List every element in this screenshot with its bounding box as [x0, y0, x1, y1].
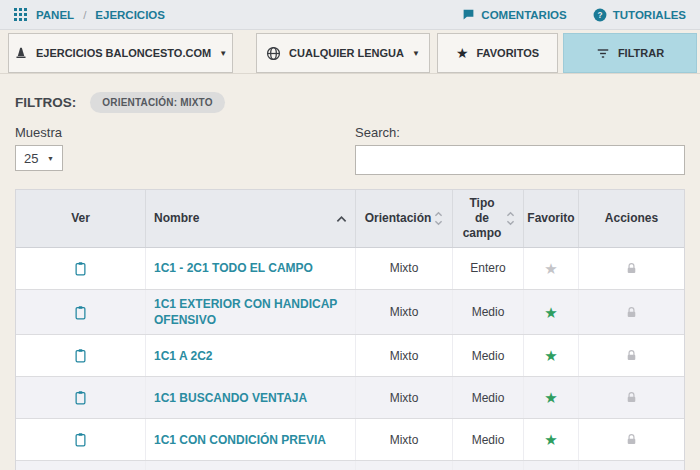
exercise-name-link[interactable]: 1C1 BUSCANDO VENTAJA: [154, 390, 307, 406]
chevron-down-icon: ▼: [47, 155, 54, 162]
table-row: 1C1 CON CONDICIÓN PREVIA Mixto Medio ★: [16, 419, 684, 461]
favorite-star-icon[interactable]: ★: [544, 390, 557, 405]
sort-ascending-icon: [336, 215, 347, 223]
exercise-name-link[interactable]: 1C1 CON CONDICIÓN PREVIA: [154, 432, 326, 448]
search-input[interactable]: [355, 145, 685, 175]
sort-both-icon: [434, 211, 443, 226]
breadcrumb: PANEL / EJERCICIOS: [14, 8, 165, 21]
chevron-down-icon: ▼: [412, 49, 420, 58]
breadcrumb-home[interactable]: PANEL: [36, 9, 74, 21]
lock-icon[interactable]: [625, 391, 638, 404]
orientation-cell: Mixto: [356, 461, 453, 470]
exercise-name-link[interactable]: 1C1 - 2C1 TODO EL CAMPO: [154, 260, 313, 276]
breadcrumb-current: EJERCICIOS: [95, 9, 165, 21]
favorite-star-icon[interactable]: ★: [544, 305, 557, 320]
top-navigation-bar: PANEL / EJERCICIOS COMENTARIOS ? TUTORIA…: [0, 0, 700, 30]
svg-text:?: ?: [597, 10, 602, 19]
field-type-cell: Medio: [453, 419, 524, 460]
topbar-links: COMENTARIOS ? TUTORIALES: [462, 8, 686, 22]
table-row: 1C1 CON HÁNDICAP ESPACIAL Mixto Cuarto ★: [16, 461, 684, 470]
header-nombre[interactable]: Nombre: [146, 190, 356, 247]
orientation-cell: Mixto: [356, 419, 453, 460]
page-size-control: Muestra 25 ▼: [15, 125, 63, 175]
cone-icon: [14, 46, 28, 60]
favorite-star-icon[interactable]: ★: [544, 348, 557, 363]
page-size-label: Muestra: [15, 125, 63, 140]
view-clipboard-icon[interactable]: [73, 432, 88, 447]
table-row: 1C1 BUSCANDO VENTAJA Mixto Medio ★: [16, 377, 684, 419]
language-dropdown[interactable]: CUALQUIER LENGUA ▼: [256, 33, 430, 73]
header-tipo-de-campo[interactable]: Tipo de campo: [453, 190, 524, 247]
question-circle-icon: ?: [593, 8, 607, 22]
field-type-cell: Medio: [453, 335, 524, 376]
filter-toolbar: EJERCICIOS BALONCESTO.COM ▼ CUALQUIER LE…: [0, 30, 700, 74]
view-clipboard-icon[interactable]: [73, 305, 88, 320]
exercise-source-dropdown[interactable]: EJERCICIOS BALONCESTO.COM ▼: [8, 33, 233, 73]
language-label: CUALQUIER LENGUA: [289, 47, 404, 59]
orientation-cell: Mixto: [356, 290, 453, 334]
favorite-star-icon[interactable]: ★: [544, 261, 557, 276]
tutorials-label: TUTORIALES: [613, 9, 686, 21]
lock-icon[interactable]: [625, 262, 638, 275]
lock-icon[interactable]: [625, 433, 638, 446]
star-icon: ★: [456, 46, 469, 60]
filter-chip-orientation: ORIENTACIÓN: MIXTO: [90, 92, 224, 113]
orientation-cell: Mixto: [356, 377, 453, 418]
breadcrumb-separator: /: [83, 9, 86, 21]
comment-icon: [462, 8, 475, 21]
header-acciones: Acciones: [579, 190, 684, 247]
field-type-cell: Entero: [453, 248, 524, 289]
comments-label: COMENTARIOS: [481, 9, 566, 21]
exercises-table: Ver Nombre Orientación Tipo de campo Fav…: [15, 189, 685, 470]
header-favorito: Favorito: [524, 190, 579, 247]
view-clipboard-icon[interactable]: [73, 348, 88, 363]
search-label: Search:: [355, 125, 685, 140]
filter-lines-icon: [596, 47, 610, 60]
favorite-star-icon[interactable]: ★: [544, 432, 557, 447]
page-size-value: 25: [24, 151, 38, 166]
comments-link[interactable]: COMENTARIOS: [462, 8, 566, 21]
header-ver: Ver: [16, 190, 146, 247]
grid-menu-icon[interactable]: [14, 8, 27, 21]
filter-label: FILTRAR: [618, 47, 664, 59]
orientation-cell: Mixto: [356, 335, 453, 376]
table-row: 1C1 EXTERIOR CON HANDICAP OFENSIVO Mixto…: [16, 290, 684, 335]
exercise-name-link[interactable]: 1C1 A 2C2: [154, 348, 212, 364]
orientation-cell: Mixto: [356, 248, 453, 289]
filters-title: FILTROS:: [15, 95, 76, 110]
exercise-source-label: EJERCICIOS BALONCESTO.COM: [36, 47, 211, 59]
sort-both-icon: [506, 211, 515, 226]
list-controls: Muestra 25 ▼ Search:: [15, 125, 685, 175]
tutorials-link[interactable]: ? TUTORIALES: [593, 8, 686, 22]
search-control: Search:: [355, 125, 685, 175]
chevron-down-icon: ▼: [219, 49, 227, 58]
table-row: 1C1 A 2C2 Mixto Medio ★: [16, 335, 684, 377]
globe-icon: [266, 46, 281, 61]
lock-icon[interactable]: [625, 349, 638, 362]
favorites-button[interactable]: ★ FAVORITOS: [437, 33, 558, 73]
filter-button[interactable]: FILTRAR: [563, 33, 697, 73]
favorites-label: FAVORITOS: [477, 47, 540, 59]
field-type-cell: Medio: [453, 290, 524, 334]
field-type-cell: Medio: [453, 377, 524, 418]
active-filters-row: FILTROS: ORIENTACIÓN: MIXTO: [15, 92, 685, 113]
exercise-name-link[interactable]: 1C1 EXTERIOR CON HANDICAP OFENSIVO: [154, 296, 347, 328]
field-type-cell: Cuarto: [453, 461, 524, 470]
lock-icon[interactable]: [625, 306, 638, 319]
page-size-select[interactable]: 25 ▼: [15, 145, 63, 171]
view-clipboard-icon[interactable]: [73, 261, 88, 276]
table-row: 1C1 - 2C1 TODO EL CAMPO Mixto Entero ★: [16, 248, 684, 290]
header-orientacion[interactable]: Orientación: [356, 190, 453, 247]
table-header-row: Ver Nombre Orientación Tipo de campo Fav…: [16, 190, 684, 248]
view-clipboard-icon[interactable]: [73, 390, 88, 405]
